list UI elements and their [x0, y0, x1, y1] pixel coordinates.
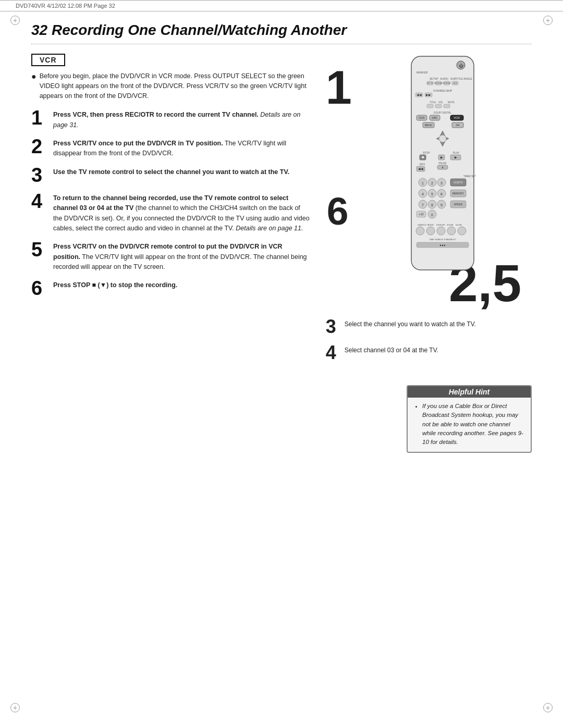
svg-point-91 [416, 227, 424, 235]
corner-mark-tl [10, 16, 20, 25]
svg-text:DBC: DBC [432, 116, 438, 119]
svg-text:TITLE: TITLE [430, 101, 436, 104]
svg-rect-26 [444, 104, 450, 108]
svg-text:STOP: STOP [423, 151, 430, 154]
step-5-text: Press VCR/TV on the DVD/VCR remote contr… [53, 240, 310, 272]
step-3: 3 Use the TV remote control to select th… [31, 165, 310, 185]
svg-text:3: 3 [440, 181, 443, 185]
helpful-hint-box: Helpful Hint If you use a Cable Box or D… [407, 385, 532, 453]
svg-text:⏸: ⏸ [442, 166, 444, 169]
svg-text:SPEED: SPEED [454, 203, 463, 206]
svg-text:SETUP: SETUP [430, 77, 438, 80]
svg-text:+10: +10 [419, 213, 424, 216]
svg-text:ZOOM: ZOOM [447, 224, 453, 226]
annotation-4-number: 4 [326, 343, 340, 362]
svg-text:MUTE: MUTE [448, 101, 455, 104]
page-title: 32 Recording One Channel/Watching Anothe… [31, 22, 532, 44]
step-4: 4 To return to the channel being recorde… [31, 191, 310, 234]
corner-mark-tr [543, 16, 553, 25]
svg-text:TIME SEARCH  STANDBY/IT: TIME SEARCH STANDBY/IT [430, 238, 457, 241]
step-3-text: Use the TV remote control to select the … [53, 165, 289, 177]
page-wrapper: DVD740VR 4/12/02 12:08 PM Page 32 32 Rec… [0, 0, 563, 728]
svg-text:TIMER SET: TIMER SET [463, 175, 476, 178]
svg-point-94 [447, 227, 456, 235]
step-6-number: 6 [31, 278, 48, 298]
svg-text:OK: OK [456, 124, 460, 127]
svg-point-93 [437, 227, 445, 235]
svg-text:DISPLAY: DISPLAY [436, 224, 445, 226]
svg-text:REPEAT: REPEAT [435, 82, 443, 84]
side-annotations: 3 Select the channel you want to watch a… [326, 317, 532, 369]
svg-text:VOL: VOL [438, 101, 444, 104]
step-2-text: Press VCR/TV once to put the DVD/VCR in … [53, 137, 310, 159]
svg-text:MODE: MODE [427, 224, 434, 226]
svg-text:SEARCH: SEARCH [418, 224, 426, 226]
svg-text:MARKER: MARKER [417, 71, 428, 74]
bullet-dot: ● [31, 70, 36, 101]
svg-text:7: 7 [422, 203, 424, 207]
hint-body: If you use a Cable Box or Direct Broadca… [415, 402, 523, 447]
svg-text:VCR: VCR [454, 116, 460, 119]
svg-rect-24 [427, 104, 433, 108]
svg-text:1: 1 [422, 181, 424, 185]
svg-text:CHANNEL/SKIP: CHANNEL/SKIP [433, 89, 452, 92]
svg-text:■ ■ ■: ■ ■ ■ [440, 244, 446, 246]
hint-text: If you use a Cable Box or Direct Broadca… [422, 402, 523, 447]
annotation-3-text: Select the channel you want to watch at … [345, 317, 476, 329]
left-column: VCR ● Before you begin, place the DVD/VC… [31, 54, 310, 453]
remote-svg: ⏻ MARKER SETUP AUDIO SUBTITLE ANGLE [401, 54, 484, 273]
helpful-hint-wrapper: Helpful Hint If you use a Cable Box or D… [326, 385, 532, 453]
svg-point-42 [439, 135, 446, 142]
svg-text:5: 5 [431, 192, 433, 196]
svg-text:A-B: A-B [454, 82, 457, 84]
svg-text:2: 2 [431, 181, 433, 185]
top-bar-text: DVD740VR 4/12/02 12:08 PM Page 32 [16, 3, 115, 9]
svg-text:▶: ▶ [455, 156, 457, 159]
svg-text:MENU: MENU [425, 124, 433, 127]
svg-text:9: 9 [440, 203, 443, 207]
intro-text: Before you begin, place the DVD/VCR in V… [40, 71, 310, 101]
hint-title: Helpful Hint [408, 386, 531, 398]
remote-image-wrapper: ⏻ MARKER SETUP AUDIO SUBTITLE ANGLE [354, 54, 532, 273]
svg-text:SUBTITLE: SUBTITLE [450, 77, 463, 80]
svg-text:▶▶: ▶▶ [426, 93, 431, 96]
step-2-number: 2 [31, 137, 48, 156]
step-5-number: 5 [31, 240, 48, 260]
svg-text:ANGLE: ANGLE [463, 77, 473, 80]
step-2-bold: Press VCR/TV once to put the DVD/VCR in … [53, 140, 223, 147]
svg-text:VCR/TV: VCR/TV [454, 181, 463, 184]
svg-text:AUDIO: AUDIO [440, 77, 448, 80]
svg-point-92 [426, 227, 435, 235]
step-1-number: 1 [31, 108, 48, 128]
svg-point-95 [458, 227, 466, 235]
svg-text:REPEAT: REPEAT [443, 82, 451, 84]
svg-text:⏻: ⏻ [459, 64, 463, 68]
svg-text:4: 4 [422, 192, 424, 196]
svg-text:DOLBY DIGITAL: DOLBY DIGITAL [434, 112, 452, 114]
step-5: 5 Press VCR/TV on the DVD/VCR remote con… [31, 240, 310, 272]
step-6-text: Press STOP ■ (▼) to stop the recording. [53, 278, 177, 290]
svg-text:◀◀: ◀◀ [418, 167, 423, 170]
steps-list: 1 Press VCR, then press REC/OTR to recor… [31, 108, 310, 298]
remote-section: 1 ⏻ MARKER SETUP [326, 54, 532, 309]
step-1-text: Press VCR, then press REC/OTR to record … [53, 108, 310, 130]
svg-text:MEMORY: MEMORY [452, 192, 464, 195]
step-4-number: 4 [31, 191, 48, 211]
svg-text:DVD: DVD [419, 116, 425, 119]
svg-text:0: 0 [431, 213, 433, 217]
remote-row: 1 ⏻ MARKER SETUP [326, 54, 532, 273]
step-3-bold: Use the TV remote control to select the … [53, 168, 289, 176]
annotation-4: 4 Select channel 03 or 04 at the TV. [326, 343, 532, 362]
annotation-3-number: 3 [326, 317, 340, 336]
top-bar: DVD740VR 4/12/02 12:08 PM Page 32 [0, 0, 563, 11]
annotation-3: 3 Select the channel you want to watch a… [326, 317, 532, 336]
svg-text:▶: ▶ [440, 156, 443, 159]
step-4-italic: Details are on page 11. [236, 225, 303, 232]
svg-text:REV: REV [420, 163, 425, 166]
step-6-bold: Press STOP ■ (▼) to stop the recording. [53, 281, 177, 289]
step-6: 6 Press STOP ■ (▼) to stop the recording… [31, 278, 310, 298]
corner-mark-br [543, 703, 553, 712]
step-2: 2 Press VCR/TV once to put the DVD/VCR i… [31, 137, 310, 159]
svg-text:■: ■ [422, 155, 424, 159]
svg-text:6: 6 [440, 192, 443, 196]
